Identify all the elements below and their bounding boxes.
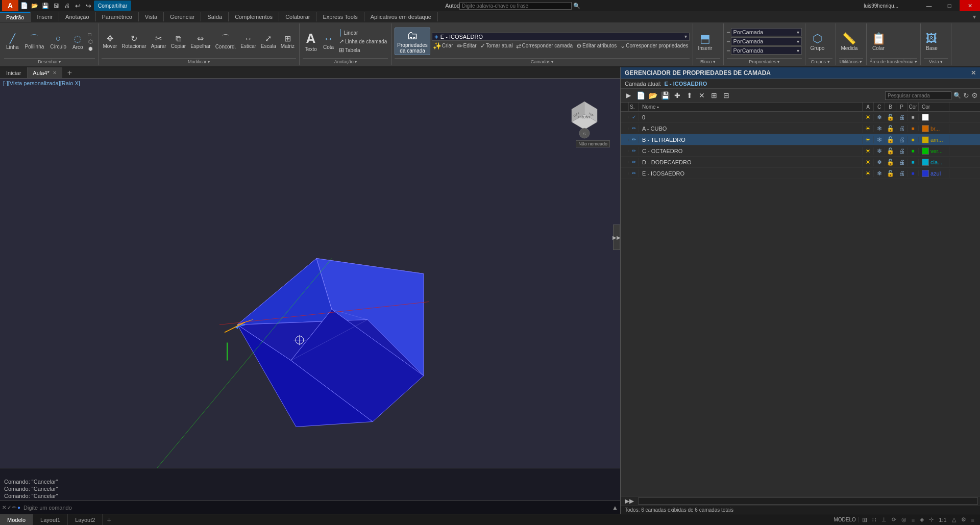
prop-selector-lineweight[interactable]: PorCamada ▾ — [731, 46, 802, 55]
btn-hachura[interactable]: ⬢ — [87, 45, 95, 52]
group-label-desenhar[interactable]: Desenhar▾ — [4, 58, 95, 64]
btn-matriz[interactable]: ⊞Matriz — [279, 33, 296, 49]
btn-circulo[interactable]: ○ Círculo — [48, 32, 68, 51]
btn-linear[interactable]: │Linear — [338, 29, 388, 37]
btn-escala[interactable]: ⤢Escala — [259, 33, 278, 49]
row-b-0[interactable]: 🔓 — [885, 114, 896, 121]
row-p-tetra[interactable]: 🖨 — [896, 136, 908, 143]
search-input[interactable] — [459, 2, 572, 10]
close-btn[interactable]: ✕ — [960, 0, 980, 11]
btn-grupo[interactable]: ⬡ Grupo — [808, 31, 827, 52]
btn-medida[interactable]: 📏 Medida — [839, 31, 860, 52]
row-cor-icon-dodeca[interactable]: ■ — [908, 159, 919, 165]
qat-undo[interactable]: ↩ — [72, 1, 83, 11]
btn-espelhar[interactable]: ⇔Espelhar — [189, 33, 212, 49]
search-icon-layer[interactable]: 🔍 — [953, 92, 961, 99]
status-scale-btn[interactable]: 1:1 — [937, 517, 948, 523]
qat-save[interactable]: 💾 — [40, 1, 51, 11]
header-extra[interactable] — [949, 103, 980, 111]
btn-propriedades-camada[interactable]: 🗂 Propriedades da camada — [395, 28, 430, 55]
layer-expand-btn[interactable]: ▶ — [623, 90, 634, 101]
status-snap-btn[interactable]: ∷ — [871, 516, 878, 523]
group-label-transferencia[interactable]: Área de transferência ▾ — [870, 58, 918, 64]
cmd-icon-pencil[interactable]: ✏ — [12, 505, 16, 510]
layer-row-icosaedro[interactable]: ✏ E - ICOSAEDRO ☀ ❄ 🔓 🖨 ■ azul — [621, 168, 980, 179]
row-p-octa[interactable]: 🖨 — [896, 147, 908, 155]
status-ortho-btn[interactable]: ⊥ — [880, 516, 888, 523]
ribbon-tab-anotacao[interactable]: Anotação — [59, 12, 95, 21]
qat-new[interactable]: 📄 — [19, 1, 29, 11]
status-lineweight-btn[interactable]: ≡ — [910, 517, 916, 523]
btn-linha[interactable]: ╱ Linha — [4, 32, 20, 51]
btn-editar-atributos[interactable]: ⚙Editar atributos — [575, 41, 618, 51]
new-doc-btn[interactable]: + — [62, 68, 77, 78]
prop-selector-color[interactable]: PorCamada ▾ — [731, 28, 802, 36]
group-label-vista[interactable]: Vista ▾ — [924, 58, 948, 64]
group-label-grupos[interactable]: Grupos ▾ — [808, 58, 832, 64]
layer-selector[interactable]: ◈ E - ICOSAEDRO ▾ — [432, 33, 690, 41]
btn-mover[interactable]: ✥Mover — [102, 33, 119, 49]
btn-tornar-atual[interactable]: ✓Tornar atual — [479, 41, 514, 51]
cmd-icon-check[interactable]: ✓ — [7, 505, 11, 510]
drawing-area[interactable]: [-][Vista personalizada][Raio X] — [0, 79, 620, 499]
status-transparency-btn[interactable]: ◈ — [918, 516, 925, 523]
tab-layout1[interactable]: Layout1 — [33, 514, 68, 525]
row-p-0[interactable]: 🖨 — [896, 114, 908, 121]
row-cor-icon-cubo[interactable]: ■ — [908, 126, 919, 131]
btn-rotacionar[interactable]: ↻Rotacionar — [120, 33, 148, 49]
lt-btn-open[interactable]: 📂 — [647, 90, 658, 101]
btn-inserir-bloco[interactable]: ⬒ Inserir — [696, 31, 715, 52]
header-name[interactable]: Nome▴ — [639, 103, 863, 111]
btn-texto[interactable]: ATexto — [303, 30, 319, 53]
panel-close-btn[interactable]: ✕ — [971, 69, 976, 77]
header-a[interactable]: A — [863, 103, 874, 111]
ribbon-tab-complementos[interactable]: Complementos — [229, 12, 279, 21]
lt-btn-filter2[interactable]: ⊟ — [721, 90, 732, 101]
lt-btn-move[interactable]: ⬆ — [684, 90, 695, 101]
btn-copiar[interactable]: ⧉Copiar — [169, 34, 187, 49]
prop-selector-linetype[interactable]: PorCamada ▾ — [731, 37, 802, 45]
lt-btn-save[interactable]: 💾 — [659, 90, 671, 101]
cmd-icon-x[interactable]: ✕ — [2, 505, 6, 510]
btn-retangulo[interactable]: □ — [87, 31, 95, 38]
row-b-icosa[interactable]: 🔓 — [885, 170, 896, 177]
row-c-cubo[interactable]: ❄ — [874, 125, 885, 132]
btn-linha-chamada[interactable]: ↗Linha de chamada — [338, 37, 388, 45]
ribbon-tab-parametrico[interactable]: Paramétrico — [96, 12, 139, 21]
layer-row-cubo[interactable]: ✏ A - CUBO ☀ ❄ 🔓 🖨 ■ br... — [621, 123, 980, 134]
search-icon[interactable]: 🔍 — [572, 1, 582, 11]
layer-settings-btn[interactable]: ⚙ — [971, 91, 978, 99]
layer-row-dodecaedro[interactable]: ✏ D - DODECAEDRO ☀ ❄ 🔓 🖨 ■ cia... — [621, 157, 980, 168]
lt-btn-create[interactable]: ✚ — [672, 90, 683, 101]
viewcube-container[interactable]: FRONT LEFT TOP S Não nomeado — [559, 89, 610, 140]
ribbon-tab-gerenciar[interactable]: Gerenciar — [164, 12, 201, 21]
ribbon-tab-inserir[interactable]: Inserir — [31, 12, 59, 21]
panel-collapse-btn[interactable]: ▶▶ — [623, 497, 636, 505]
ribbon-tab-apps[interactable]: Aplicativos em destaque — [364, 12, 438, 21]
cmd-input[interactable] — [22, 504, 610, 512]
group-label-modificar[interactable]: Modificar▾ — [102, 58, 297, 64]
lt-btn-filter1[interactable]: ⊞ — [708, 90, 720, 101]
tab-modelo[interactable]: Modelo — [0, 514, 33, 525]
ribbon-expand-btn[interactable]: ▾ — [969, 13, 980, 20]
status-grid-btn[interactable]: ⊞ — [861, 516, 869, 523]
layer-search-input[interactable] — [885, 91, 951, 100]
btn-poligono[interactable]: ⬡ — [87, 38, 95, 45]
qat-print[interactable]: 🖨 — [62, 1, 72, 11]
panel-scrollbar[interactable] — [638, 497, 978, 505]
header-c[interactable]: C — [874, 103, 885, 111]
tab-layout2[interactable]: Layout2 — [68, 514, 103, 525]
layer-row-tetraedro[interactable]: ✏ B - TETRAEDRO ☀ ❄ 🔓 🖨 ■ am... — [621, 134, 980, 145]
side-collapse-btn[interactable]: ▶▶ — [613, 224, 620, 250]
status-workspace-btn[interactable]: ⚙ — [960, 516, 968, 523]
group-label-anotacao[interactable]: Anotação▾ — [303, 58, 388, 64]
row-b-tetra[interactable]: 🔓 — [885, 136, 896, 143]
ribbon-tab-express[interactable]: Express Tools — [316, 12, 364, 21]
row-cor-icon-0[interactable]: ■ — [908, 114, 919, 120]
group-label-bloco[interactable]: Bloco ▾ — [696, 58, 720, 64]
layer-refresh-btn[interactable]: ↻ — [963, 91, 969, 99]
row-b-cubo[interactable]: 🔓 — [885, 125, 896, 132]
btn-colar[interactable]: 📋 Colar — [870, 31, 888, 52]
ribbon-tab-padrao[interactable]: Padrão — [0, 12, 31, 22]
ribbon-tab-saida[interactable]: Saída — [201, 12, 229, 21]
